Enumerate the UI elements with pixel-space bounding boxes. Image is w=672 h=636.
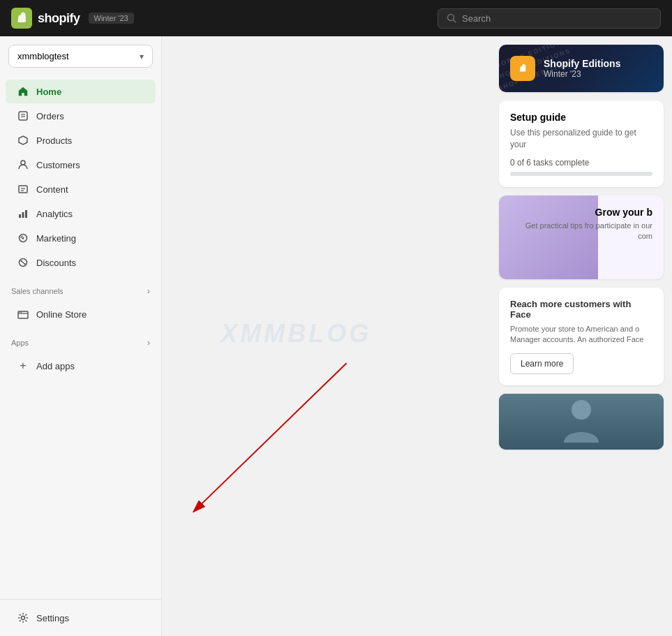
- setup-desc: Use this personalized guide to get your: [510, 127, 652, 151]
- sidebar-item-content[interactable]: Content: [6, 177, 156, 201]
- search-bar[interactable]: Search: [438, 8, 661, 29]
- sales-channels-expand-icon[interactable]: ›: [147, 286, 150, 296]
- svg-rect-7: [19, 186, 27, 193]
- content-icon: [17, 183, 29, 195]
- setup-card: Setup guide Use this personalized guide …: [499, 101, 664, 187]
- search-placeholder: Search: [462, 13, 491, 24]
- settings-icon: [17, 612, 29, 624]
- sales-channels-nav: Online Store: [0, 299, 161, 330]
- sidebar-item-marketing-label: Marketing: [36, 233, 76, 244]
- apps-expand-icon[interactable]: ›: [147, 338, 150, 348]
- editions-title: Shopify Editions: [544, 58, 620, 69]
- facebook-desc: Promote your store to American and o Man…: [510, 324, 652, 346]
- main-content: XMMBLOG: [162, 36, 491, 636]
- sidebar: xmmblogtest ▾ Home: [0, 36, 162, 636]
- customers-icon: [17, 158, 29, 171]
- svg-line-24: [193, 363, 346, 512]
- watermark: XMMBLOG: [221, 318, 371, 348]
- main-nav: Home Orders: [0, 76, 161, 278]
- marketing-icon: [17, 232, 29, 244]
- grow-title: Grow your b: [510, 207, 652, 218]
- grow-card: Grow your b Get practical tips fro parti…: [499, 195, 664, 279]
- sidebar-item-settings-label: Settings: [36, 613, 69, 623]
- sidebar-item-marketing[interactable]: Marketing: [6, 226, 156, 250]
- sidebar-item-add-apps-label: Add apps: [36, 361, 75, 371]
- analytics-icon: [17, 207, 29, 220]
- svg-point-17: [21, 260, 22, 262]
- svg-point-25: [572, 400, 591, 420]
- right-panel: SHOPIFY EDITIONS SHOPIFY EDITIONS SHOPIF…: [491, 36, 672, 636]
- svg-point-18: [24, 263, 26, 265]
- setup-progress-text: 0 of 6 tasks complete: [510, 158, 652, 168]
- add-apps-icon: +: [17, 360, 29, 372]
- sidebar-item-analytics[interactable]: Analytics: [6, 202, 156, 225]
- svg-point-6: [21, 161, 25, 165]
- sales-channels-header: Sales channels ›: [0, 278, 161, 299]
- sidebar-item-products[interactable]: Products: [6, 128, 156, 152]
- sidebar-item-content-label: Content: [36, 184, 68, 195]
- sidebar-item-home[interactable]: Home: [6, 80, 156, 103]
- sidebar-item-home-label: Home: [36, 87, 61, 97]
- store-selector[interactable]: xmmblogtest ▾: [8, 45, 153, 68]
- svg-rect-11: [22, 212, 24, 218]
- sidebar-item-discounts[interactable]: Discounts: [6, 251, 156, 274]
- header: shopify Winter '23 Search: [0, 0, 672, 36]
- grow-desc: Get practical tips fro participate in ou…: [510, 221, 652, 242]
- learn-more-button[interactable]: Learn more: [510, 353, 574, 374]
- sidebar-item-products-label: Products: [36, 135, 72, 146]
- setup-title: Setup guide: [510, 112, 652, 123]
- facebook-title: Reach more customers with Face: [510, 299, 652, 320]
- editions-subtitle: Winter '23: [544, 69, 620, 79]
- svg-point-20: [20, 312, 20, 313]
- apps-nav: + Add apps: [0, 350, 161, 381]
- arrow-overlay: [162, 36, 491, 636]
- home-icon: [17, 85, 29, 98]
- sidebar-item-online-store[interactable]: Online Store: [6, 302, 156, 326]
- shopify-logo-icon: [11, 8, 32, 29]
- editions-text: Shopify Editions Winter '23: [544, 58, 620, 79]
- sidebar-item-analytics-label: Analytics: [36, 209, 73, 219]
- apps-header: Apps ›: [0, 330, 161, 350]
- sidebar-item-customers[interactable]: Customers: [6, 153, 156, 177]
- online-store-icon: [17, 308, 29, 320]
- svg-rect-10: [19, 214, 21, 218]
- sales-channels-label: Sales channels: [11, 287, 64, 295]
- brand-name: shopify: [38, 11, 80, 26]
- header-logo: shopify: [11, 8, 80, 29]
- person-image: [499, 394, 664, 450]
- facebook-card: Reach more customers with Face Promote y…: [499, 288, 664, 386]
- sidebar-item-online-store-label: Online Store: [36, 309, 87, 320]
- sidebar-item-customers-label: Customers: [36, 160, 80, 170]
- editions-logo: [510, 56, 535, 81]
- sidebar-item-add-apps[interactable]: + Add apps: [6, 354, 156, 378]
- products-icon: [17, 134, 29, 147]
- svg-point-21: [21, 312, 22, 313]
- svg-point-14: [22, 237, 24, 239]
- apps-label: Apps: [11, 339, 29, 347]
- svg-line-2: [454, 20, 456, 23]
- svg-point-22: [22, 616, 25, 620]
- sidebar-item-discounts-label: Discounts: [36, 258, 76, 268]
- editions-card[interactable]: SHOPIFY EDITIONS SHOPIFY EDITIONS SHOPIF…: [499, 45, 664, 92]
- svg-rect-3: [19, 112, 27, 120]
- store-name: xmmblogtest: [17, 51, 69, 61]
- chevron-down-icon: ▾: [140, 52, 144, 61]
- progress-bar: [510, 172, 652, 176]
- search-icon: [447, 13, 456, 23]
- sidebar-item-settings[interactable]: Settings: [6, 606, 156, 630]
- header-badge: Winter '23: [89, 13, 134, 24]
- orders-icon: [17, 110, 29, 122]
- svg-rect-12: [25, 210, 27, 218]
- sidebar-item-orders[interactable]: Orders: [6, 104, 156, 128]
- bottom-image-card: [499, 394, 664, 450]
- body-layout: xmmblogtest ▾ Home: [0, 36, 672, 636]
- sidebar-footer: Settings: [0, 599, 161, 636]
- discounts-icon: [17, 256, 29, 269]
- sidebar-item-orders-label: Orders: [36, 111, 64, 121]
